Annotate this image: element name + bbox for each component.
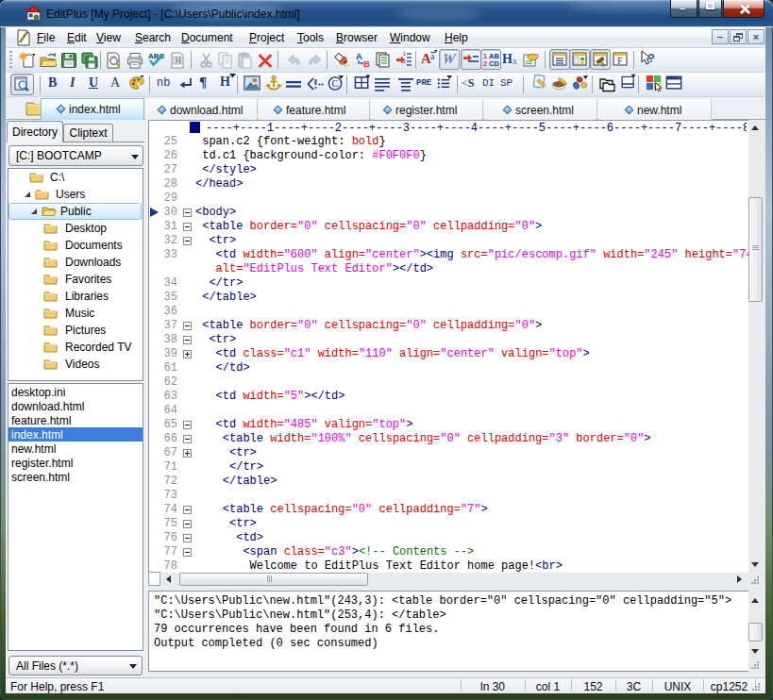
svg-text:?: ?: [647, 51, 655, 65]
svg-text:F: F: [617, 56, 623, 66]
svg-text:H: H: [176, 56, 181, 65]
svg-text:CD: CD: [489, 59, 499, 68]
svg-text:2: 2: [403, 58, 406, 64]
svg-text:A: A: [356, 51, 362, 61]
svg-text:H: H: [502, 52, 513, 66]
svg-text:C: C: [331, 78, 338, 89]
svg-text:x: x: [513, 56, 517, 66]
svg-text:2: 2: [483, 59, 487, 68]
svg-text:B: B: [363, 58, 370, 68]
svg-text:1: 1: [403, 51, 406, 57]
